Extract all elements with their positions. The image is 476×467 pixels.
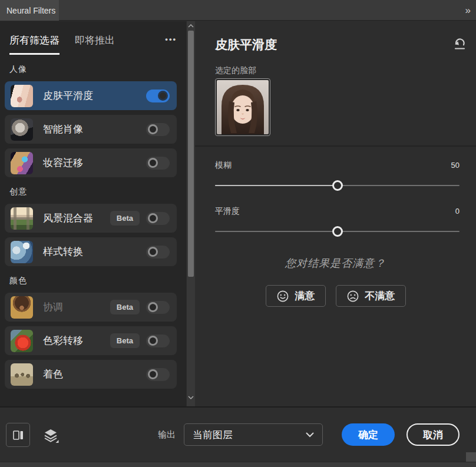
filter-item-label: 色彩转移 <box>43 334 83 347</box>
scrollbar-thumb[interactable] <box>188 31 194 277</box>
slider-label: 平滑度 <box>215 206 240 217</box>
slider-label: 模糊 <box>215 160 232 171</box>
colorize-thumbnail-icon <box>11 363 33 386</box>
title-bar: Neural Filters » <box>0 0 476 21</box>
detail-title: 皮肤平滑度 <box>215 37 277 53</box>
toggle-knob <box>148 302 158 312</box>
split-view-icon <box>12 429 24 441</box>
status-strip <box>0 462 476 467</box>
cancel-button[interactable]: 取消 <box>406 423 460 446</box>
beta-badge: Beta <box>110 300 140 314</box>
slider-group-0: 模糊50 <box>215 160 460 186</box>
dialog-tab[interactable]: Neural Filters <box>0 0 59 21</box>
filter-item-landscape-mixer[interactable]: 风景混合器Beta <box>5 204 177 233</box>
filter-item-makeup-transfer[interactable]: 妆容迁移 <box>5 148 177 177</box>
filter-item-label: 协调 <box>43 300 63 314</box>
feedback-question: 您对结果是否满意？ <box>195 256 476 270</box>
beta-badge: Beta <box>110 211 140 226</box>
section-label: 颜色 <box>9 276 186 286</box>
toggle-knob <box>148 336 158 346</box>
resize-grip[interactable] <box>466 452 476 462</box>
layers-flyout-button[interactable] <box>39 423 62 447</box>
selected-face-label: 选定的脸部 <box>215 65 256 76</box>
preview-split-button[interactable] <box>6 423 30 447</box>
output-label: 输出 <box>158 423 176 446</box>
scrollbar-up-icon[interactable] <box>187 22 195 30</box>
filter-item-colorize[interactable]: 着色 <box>5 360 177 389</box>
satisfied-button[interactable]: 满意 <box>266 285 326 307</box>
filter-item-harmonization[interactable]: 协调Beta <box>5 293 177 322</box>
reset-icon[interactable] <box>451 35 468 52</box>
unsatisfied-label: 不满意 <box>365 289 395 303</box>
beta-badge: Beta <box>110 333 140 348</box>
toggle-harmonization[interactable] <box>146 301 170 314</box>
sliders: 模糊50平滑度0 <box>215 160 460 232</box>
slider-head: 平滑度0 <box>215 206 460 217</box>
feedback-section: 您对结果是否满意？ 满意 <box>195 256 476 307</box>
ellipsis-menu-icon[interactable]: ••• <box>165 34 177 44</box>
output-dropdown-value: 当前图层 <box>193 428 233 442</box>
toggle-style-transfer[interactable] <box>146 246 170 259</box>
ok-button[interactable]: 确定 <box>342 423 395 446</box>
slider-group-1: 平滑度0 <box>215 206 460 232</box>
selected-face-thumbnail[interactable] <box>215 78 270 136</box>
filter-item-label: 风景混合器 <box>43 211 93 225</box>
toggle-color-transfer[interactable] <box>146 334 170 347</box>
slider-track[interactable] <box>215 231 460 232</box>
section-divider <box>195 145 476 147</box>
feedback-buttons: 满意 不满意 <box>195 285 476 307</box>
color-transfer-thumbnail-icon <box>11 330 33 352</box>
slider-value: 50 <box>451 161 460 170</box>
filter-item-label: 智能肖像 <box>43 122 83 136</box>
toggle-knob <box>158 91 168 101</box>
footer-bar: 输出 当前图层 确定 取消 <box>0 406 476 462</box>
smiley-icon <box>276 290 289 303</box>
toggle-knob <box>148 369 158 379</box>
sidebar-tabs: 所有筛选器 即将推出 ••• <box>0 21 186 55</box>
slider-knob[interactable] <box>332 226 343 237</box>
landscape-mixer-thumbnail-icon <box>11 207 33 230</box>
toggle-knob <box>148 213 158 223</box>
filter-item-label: 着色 <box>43 367 63 381</box>
harmonization-thumbnail-icon <box>11 296 33 319</box>
skin-smoothing-thumbnail-icon <box>11 85 33 107</box>
sidebar-scrollbar[interactable] <box>186 21 195 406</box>
satisfied-label: 满意 <box>295 289 315 303</box>
scrollbar-down-icon[interactable] <box>187 393 195 402</box>
neural-filters-dialog: Neural Filters » 所有筛选器 即将推出 ••• 人像皮肤平滑度智… <box>0 0 476 467</box>
tab-coming-soon[interactable]: 即将推出 <box>75 34 115 53</box>
slider-fill <box>215 185 338 186</box>
slider-track[interactable] <box>215 185 460 186</box>
face-portrait-image <box>217 80 269 134</box>
filter-item-smart-portrait[interactable]: 智能肖像 <box>5 115 177 144</box>
smart-portrait-thumbnail-icon <box>11 118 33 141</box>
slider-value: 0 <box>455 207 460 216</box>
toggle-smart-portrait[interactable] <box>146 123 170 136</box>
tab-all-filters[interactable]: 所有筛选器 <box>9 34 60 55</box>
dialog-tab-label: Neural Filters <box>6 6 55 15</box>
collapse-panel-icon[interactable]: » <box>465 0 471 21</box>
sidebar-sections: 人像皮肤平滑度智能肖像妆容迁移创意风景混合器Beta样式转换颜色协调Beta色彩… <box>0 64 186 389</box>
section-label: 创意 <box>9 187 186 197</box>
toggle-landscape-mixer[interactable] <box>146 212 170 225</box>
filter-item-color-transfer[interactable]: 色彩转移Beta <box>5 326 177 355</box>
unsatisfied-button[interactable]: 不满意 <box>336 285 406 307</box>
slider-knob[interactable] <box>332 180 343 191</box>
filter-item-style-transfer[interactable]: 样式转换 <box>5 237 177 266</box>
style-transfer-thumbnail-icon <box>11 241 33 263</box>
slider-head: 模糊50 <box>215 160 460 171</box>
filter-item-label: 样式转换 <box>43 245 83 259</box>
section-label: 人像 <box>9 64 186 75</box>
output-dropdown[interactable]: 当前图层 <box>184 423 323 446</box>
chevron-down-icon <box>306 432 314 438</box>
toggle-skin-smoothing[interactable] <box>146 90 170 102</box>
toggle-makeup-transfer[interactable] <box>146 157 170 170</box>
filter-item-skin-smoothing[interactable]: 皮肤平滑度 <box>5 81 177 110</box>
filter-item-label: 皮肤平滑度 <box>43 89 93 102</box>
toggle-knob <box>148 247 158 257</box>
toggle-knob <box>148 158 158 168</box>
frown-icon <box>346 290 359 303</box>
filter-item-label: 妆容迁移 <box>43 156 83 170</box>
makeup-transfer-thumbnail-icon <box>11 152 33 174</box>
toggle-colorize[interactable] <box>146 368 170 381</box>
